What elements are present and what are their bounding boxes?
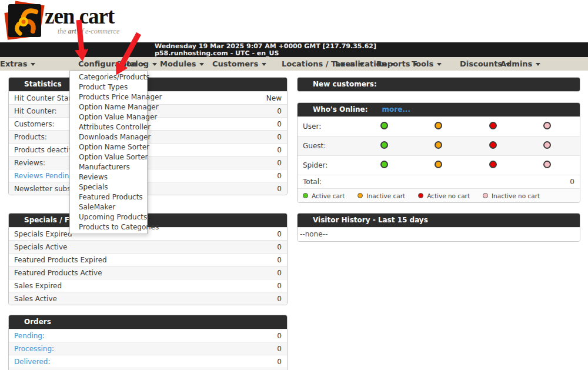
legend-item: Inactive no cart [483, 192, 540, 199]
legend-item: Active cart [303, 192, 345, 199]
visitor-history-empty: --none-- [298, 227, 580, 241]
stat-label: Reviews: [14, 159, 45, 167]
whos-online-title: Who's Online: [313, 103, 368, 116]
specials-value: 0 [277, 282, 282, 290]
legend-dot-icon [303, 193, 308, 198]
total-value: 0 [570, 178, 574, 186]
logo-tagline: the art of e-commerce [58, 28, 119, 35]
orders-panel: Orders Pending: 0 Processing: 0 Delivere… [8, 315, 288, 370]
catalog-menu-item[interactable]: Option Name Manager [70, 102, 147, 112]
menubar-item[interactable]: Admins [500, 57, 540, 71]
catalog-menu-item[interactable]: Products to Categories [70, 222, 147, 232]
zencart-logo: zen cart the art of e-commerce [6, 2, 119, 39]
orders-row: Pending: 0 [9, 329, 287, 342]
orders-row: Update: 0 [9, 368, 287, 370]
menubar-item[interactable]: Customers [212, 57, 266, 71]
legend-dot-icon [358, 193, 363, 198]
stat-value: 0 [277, 133, 282, 141]
catalog-menu-item[interactable]: Products Price Manager [70, 92, 147, 102]
catalog-menu-item[interactable]: Categories/Products [70, 72, 147, 82]
specials-label: Featured Products Expired [14, 256, 107, 264]
catalog-menu-item[interactable]: Option Name Sorter [70, 142, 147, 152]
visitor-history-panel: Visitor History - Last 15 days --none-- [297, 213, 580, 242]
stat-label: Products: [14, 133, 47, 141]
order-status-link[interactable]: Processing [14, 345, 52, 353]
order-status-colon: : [48, 358, 50, 366]
legend-label: Active no cart [427, 192, 470, 199]
menubar-item[interactable]: Modules [160, 57, 204, 71]
inactive-no-cart-dot-icon [543, 161, 551, 168]
admin-menubar: Configuration Catalog Modules Customers … [0, 57, 588, 71]
menubar-item[interactable]: Catalog [116, 57, 157, 71]
orders-value: 0 [277, 332, 282, 340]
catalog-menu-item[interactable]: Attributes Controller [70, 122, 147, 132]
whos-online-more-link[interactable]: more... [382, 103, 410, 116]
legend-dot-icon [418, 193, 423, 198]
server-info-bar: Wednesday 19 Mar 2025 9:07 AM +0000 GMT … [0, 42, 588, 57]
menubar-item[interactable]: Tools [412, 57, 442, 71]
menubar-item[interactable]: Extras [0, 57, 35, 71]
new-customers-header: New customers: [298, 78, 580, 91]
logo-title: zen cart [45, 5, 119, 27]
legend-item: Active no cart [418, 192, 470, 199]
stat-value: 0 [277, 107, 282, 115]
orders-row: Delivered: 0 [9, 355, 287, 368]
legend-label: Inactive no cart [492, 192, 540, 199]
chevron-down-icon [536, 63, 540, 66]
orders-value: 0 [277, 345, 282, 353]
order-status-colon: : [42, 332, 45, 340]
order-status-link[interactable]: Pending [14, 332, 42, 340]
statistics-row: Newsletter subscribers: 0 [9, 182, 287, 195]
catalog-menu-item[interactable]: Reviews [70, 172, 147, 182]
catalog-menu-item[interactable]: Option Value Sorter [70, 152, 147, 162]
header-logo-area: zen cart the art of e-commerce [0, 0, 588, 42]
inactive-cart-dot-icon [435, 122, 442, 129]
server-host: p58.runhosting.com - UTC - en_US [155, 50, 588, 57]
catalog-menu-item[interactable]: SaleMaker [70, 202, 147, 212]
new-customers-panel: New customers: [297, 77, 580, 92]
catalog-menu-item[interactable]: Upcoming Products [70, 212, 147, 222]
specials-rows: Specials Expired 0 Specials Active 0 Fea… [9, 227, 287, 305]
catalog-menu-item[interactable]: Featured Products [70, 192, 147, 202]
stat-label: Hit Counter: [14, 107, 57, 115]
inactive-no-cart-dot-icon [543, 141, 551, 149]
whos-online-row: User: [298, 116, 580, 136]
specials-value: 0 [277, 230, 282, 238]
specials-label: Specials Active [14, 243, 67, 251]
catalog-menu-item[interactable]: Product Types [70, 82, 147, 92]
active-no-cart-dot-icon [489, 141, 497, 149]
catalog-menu-item[interactable]: Specials [70, 182, 147, 192]
specials-value: 0 [277, 243, 282, 251]
whos-online-header: Who's Online: more... [298, 103, 580, 116]
specials-value: 0 [277, 295, 282, 303]
specials-value: 0 [277, 256, 282, 264]
statistics-row: Reviews Pending Approval: 0 [9, 169, 287, 182]
orders-rows: Pending: 0 Processing: 0 Delivered: 0 Up… [9, 329, 287, 370]
active-cart-dot-icon [380, 161, 388, 168]
active-no-cart-dot-icon [489, 161, 497, 168]
legend-dot-icon [483, 193, 488, 198]
catalog-menu-item[interactable]: Downloads Manager [70, 132, 147, 142]
orders-header: Orders [9, 315, 287, 329]
inactive-cart-dot-icon [435, 161, 442, 168]
chevron-down-icon [437, 63, 442, 66]
inactive-cart-dot-icon [435, 141, 442, 149]
whos-online-total-row: Total: 0 [298, 175, 580, 188]
stat-value: 0 [277, 185, 282, 193]
legend-label: Inactive cart [366, 192, 405, 199]
whos-online-panel: Who's Online: more... User: Guest: [297, 102, 580, 203]
specials-label: Sales Active [14, 295, 57, 303]
catalog-menu-item[interactable]: Manufacturers [70, 162, 147, 172]
whos-online-legend: Active cart Inactive cart Active no cart… [298, 188, 580, 202]
order-status-link[interactable]: Delivered [14, 358, 48, 366]
total-label: Total: [303, 178, 322, 186]
inactive-no-cart-dot-icon [543, 122, 551, 129]
legend-label: Active cart [312, 192, 345, 199]
active-no-cart-dot-icon [489, 122, 497, 129]
order-status-colon: : [52, 345, 54, 353]
dashboard-right-column: New customers: Who's Online: more... Use… [297, 77, 580, 242]
online-type-label: User: [303, 122, 357, 131]
whos-online-rows: User: Guest: Spider: [298, 116, 580, 175]
catalog-menu-item[interactable]: Option Value Manager [70, 112, 147, 122]
chevron-down-icon [199, 63, 204, 66]
